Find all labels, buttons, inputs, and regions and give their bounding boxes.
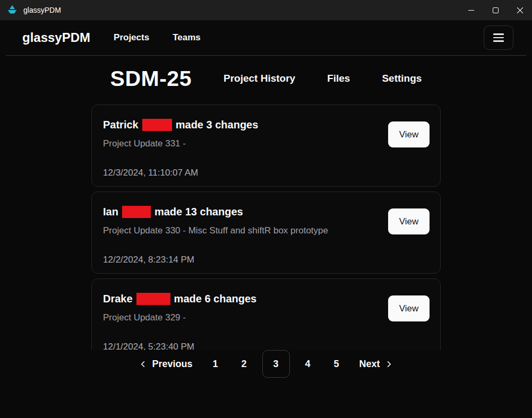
update-card: Ian made 13 changes Project Update 330 -… [91, 191, 441, 274]
update-card: Drake made 6 changes Project Update 329 … [91, 278, 441, 350]
page-button-3-current[interactable]: 3 [262, 350, 290, 378]
view-button[interactable]: View [388, 121, 430, 147]
update-card-content: Ian made 13 changes Project Update 330 -… [103, 205, 388, 265]
author-name: Patrick [103, 118, 139, 131]
maximize-icon [493, 7, 499, 13]
minimize-button[interactable] [459, 0, 483, 20]
window-title: glassyPDM [23, 6, 61, 14]
author-name: Drake [103, 292, 133, 305]
tab-settings[interactable]: Settings [382, 73, 422, 84]
close-button[interactable] [508, 0, 532, 20]
changes-text: made 13 changes [155, 205, 243, 218]
menu-button[interactable] [484, 25, 513, 50]
update-description: Project Update 329 - [103, 312, 388, 323]
close-icon [517, 7, 524, 14]
header-divider [6, 55, 526, 56]
titlebar: glassyPDM [0, 0, 532, 20]
project-history-list: Patrick made 3 changes Project Update 33… [91, 104, 441, 350]
update-timestamp: 12/1/2024, 5:23:40 PM [103, 342, 388, 350]
nav-item-teams[interactable]: Teams [173, 32, 201, 43]
maximize-button[interactable] [483, 0, 508, 20]
update-card: Patrick made 3 changes Project Update 33… [91, 104, 441, 187]
update-card-content: Patrick made 3 changes Project Update 33… [103, 118, 388, 178]
hamburger-icon [493, 33, 504, 42]
update-title: Ian made 13 changes [103, 205, 388, 218]
changes-text: made 6 changes [174, 292, 257, 305]
app-logo: glassyPDM [22, 30, 90, 45]
app-header: glassyPDM Projects Teams [0, 20, 532, 55]
update-timestamp: 12/3/2024, 11:10:07 AM [103, 168, 388, 178]
update-card-content: Drake made 6 changes Project Update 329 … [103, 292, 388, 350]
pagination-previous[interactable]: Previous [134, 359, 197, 370]
view-button[interactable]: View [388, 208, 430, 234]
titlebar-app-identity: glassyPDM [0, 4, 61, 16]
redacted-name-block [136, 293, 170, 305]
view-button[interactable]: View [388, 295, 430, 321]
page-button-5[interactable]: 5 [326, 350, 347, 378]
chevron-right-icon [385, 360, 393, 368]
tab-files[interactable]: Files [327, 73, 350, 84]
changes-text: made 3 changes [176, 118, 259, 131]
chevron-left-icon [139, 360, 147, 368]
tab-project-history[interactable]: Project History [224, 73, 295, 84]
pagination: Previous 1 2 3 4 5 Next [0, 350, 532, 378]
update-title: Drake made 6 changes [103, 292, 388, 305]
project-header: SDM-25 Project History Files Settings [0, 63, 532, 94]
nav-item-projects[interactable]: Projects [114, 32, 149, 43]
minimize-icon [468, 10, 474, 11]
redacted-name-block [122, 206, 151, 218]
author-name: Ian [103, 205, 118, 218]
page-title: SDM-25 [110, 66, 192, 91]
page-button-1[interactable]: 1 [205, 350, 226, 378]
redacted-name-block [142, 119, 172, 131]
page-button-4[interactable]: 4 [297, 350, 319, 378]
pagination-previous-label: Previous [152, 359, 192, 370]
pagination-next-label: Next [359, 359, 380, 370]
boat-logo-icon [6, 4, 18, 16]
update-title: Patrick made 3 changes [103, 118, 388, 131]
update-description: Project Update 330 - Misc Stuff and shif… [103, 225, 388, 236]
update-description: Project Update 331 - [103, 138, 388, 149]
window-controls [459, 0, 532, 20]
page-button-2[interactable]: 2 [234, 350, 255, 378]
pagination-next[interactable]: Next [355, 359, 398, 370]
update-timestamp: 12/2/2024, 8:23:14 PM [103, 255, 388, 265]
